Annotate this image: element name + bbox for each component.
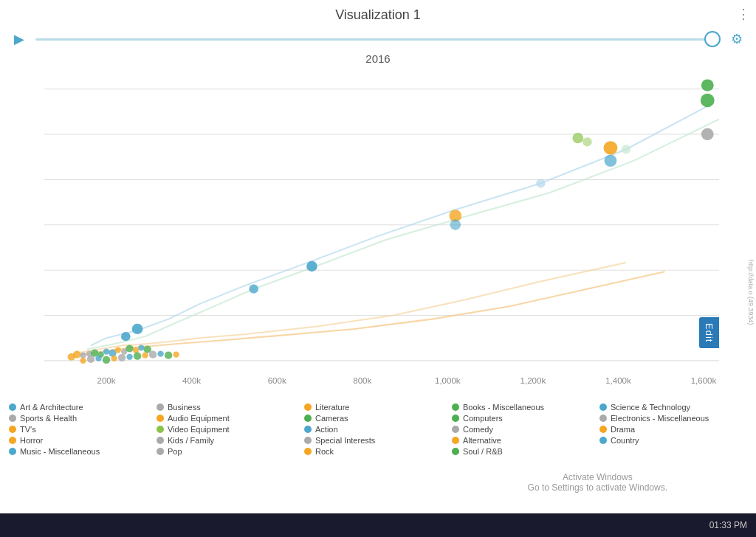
- legend-dot: [304, 426, 312, 433]
- legend-label: Alternative: [463, 436, 501, 445]
- legend-label: Kids / Family: [168, 436, 214, 445]
- svg-point-51: [249, 285, 258, 294]
- legend-item: Books - Miscellaneous: [452, 403, 599, 412]
- legend-dot: [599, 403, 607, 411]
- chart-area: 50k 100k 150k 200k 250k 300k 350k 200k 4…: [44, 66, 719, 398]
- legend-label: Electronics - Miscellaneous: [611, 414, 709, 423]
- svg-point-59: [583, 137, 592, 146]
- svg-point-40: [111, 356, 117, 361]
- legend-item: Action: [304, 425, 452, 434]
- legend-label: Horror: [20, 436, 43, 445]
- svg-point-45: [149, 351, 157, 358]
- slider-track: [35, 38, 721, 41]
- clock: 01:33 PM: [709, 520, 747, 530]
- svg-point-57: [605, 155, 617, 167]
- svg-point-55: [701, 128, 714, 140]
- edit-button[interactable]: Edit: [699, 317, 719, 348]
- svg-point-36: [80, 358, 86, 364]
- legend-dot: [452, 415, 459, 422]
- svg-text:600k: 600k: [268, 376, 286, 385]
- legend-item: Country: [599, 436, 747, 445]
- legend-label: Literature: [315, 403, 349, 412]
- legend-col-2: Business Audio Equipment Video Equipment…: [157, 403, 304, 456]
- legend-label: Music - Miscellaneous: [20, 447, 100, 456]
- legend-item: TV's: [9, 425, 157, 434]
- legend-label: Rock: [315, 447, 334, 456]
- legend-dot: [9, 448, 16, 455]
- taskbar: 01:33 PM: [0, 513, 756, 537]
- legend-col-4: Books - Miscellaneous Computers Comedy A…: [452, 403, 599, 456]
- svg-point-30: [115, 347, 121, 353]
- svg-text:800k: 800k: [353, 376, 371, 385]
- side-label: http://data.o (49.3934): [746, 258, 756, 327]
- svg-point-52: [306, 261, 317, 271]
- legend-dot: [157, 415, 164, 422]
- play-button[interactable]: ▶: [9, 29, 30, 49]
- svg-point-43: [134, 353, 142, 360]
- legend-dot: [304, 437, 312, 444]
- legend-dot: [304, 403, 312, 411]
- legend-label: TV's: [20, 425, 36, 434]
- svg-point-33: [133, 347, 139, 353]
- legend-dot: [599, 437, 607, 444]
- legend-item: Drama: [599, 425, 747, 434]
- legend-dot: [9, 415, 16, 422]
- svg-text:400k: 400k: [182, 376, 201, 385]
- legend-dot: [157, 426, 164, 433]
- legend-label: Drama: [611, 425, 635, 434]
- slider-thumb[interactable]: [704, 31, 721, 47]
- chart-svg: 50k 100k 150k 200k 250k 300k 350k 200k 4…: [44, 66, 719, 398]
- legend-item: Art & Architecture: [9, 403, 157, 412]
- legend-item: Computers: [452, 414, 599, 423]
- activate-windows-line2: Go to Settings to activate Windows.: [528, 482, 667, 493]
- legend-item: Kids / Family: [157, 436, 304, 445]
- legend-dot: [452, 448, 459, 455]
- legend-label: Computers: [463, 414, 503, 423]
- legend-dot: [9, 403, 16, 411]
- svg-point-46: [157, 351, 163, 357]
- timeline-slider[interactable]: [35, 29, 721, 49]
- svg-point-47: [165, 352, 173, 359]
- legend-label: Action: [315, 425, 338, 434]
- svg-text:1,000k: 1,000k: [435, 376, 461, 385]
- legend-label: Science & Technology: [611, 403, 690, 412]
- svg-point-58: [572, 133, 583, 143]
- legend-dot: [452, 437, 459, 444]
- legend-item: Music - Miscellaneous: [9, 447, 157, 456]
- legend-dot: [599, 426, 607, 433]
- svg-point-48: [173, 352, 179, 358]
- legend-label: Pop: [168, 447, 182, 456]
- svg-point-61: [450, 220, 461, 230]
- app: ⋮ Visualization 1 ▶ ⚙ 2016 50k 100k 150k…: [0, 0, 756, 537]
- legend-item: Audio Equipment: [157, 414, 304, 423]
- svg-point-63: [622, 145, 631, 153]
- legend-col-3: Literature Cameras Action Special Intere…: [304, 403, 452, 456]
- controls-row: ▶ ⚙: [0, 26, 756, 52]
- svg-text:200k: 200k: [97, 376, 116, 385]
- svg-point-34: [138, 344, 144, 350]
- legend-item: Alternative: [452, 436, 599, 445]
- legend-label: Comedy: [463, 425, 493, 434]
- svg-point-44: [142, 353, 148, 358]
- svg-point-42: [126, 354, 132, 360]
- legend-label: Soul / R&B: [463, 447, 503, 456]
- legend-dot: [157, 403, 164, 411]
- legend-label: Video Equipment: [168, 425, 230, 434]
- legend-item: Sports & Health: [9, 414, 157, 423]
- legend-item: Electronics - Miscellaneous: [599, 414, 747, 423]
- svg-point-41: [118, 354, 126, 361]
- settings-button[interactable]: ⚙: [726, 29, 747, 49]
- chart-title: Visualization 1: [0, 0, 756, 26]
- svg-point-38: [95, 356, 101, 361]
- legend-item: Literature: [304, 403, 452, 412]
- menu-dots-button[interactable]: ⋮: [737, 6, 750, 22]
- legend-dot: [157, 437, 164, 444]
- svg-point-49: [121, 332, 131, 341]
- legend-item: Science & Technology: [599, 403, 747, 412]
- svg-point-54: [701, 94, 715, 107]
- legend-item: Cameras: [304, 414, 452, 423]
- legend-dot: [9, 426, 16, 433]
- legend-dot: [304, 415, 312, 422]
- legend-item: Soul / R&B: [452, 447, 599, 456]
- legend-dot: [9, 437, 16, 444]
